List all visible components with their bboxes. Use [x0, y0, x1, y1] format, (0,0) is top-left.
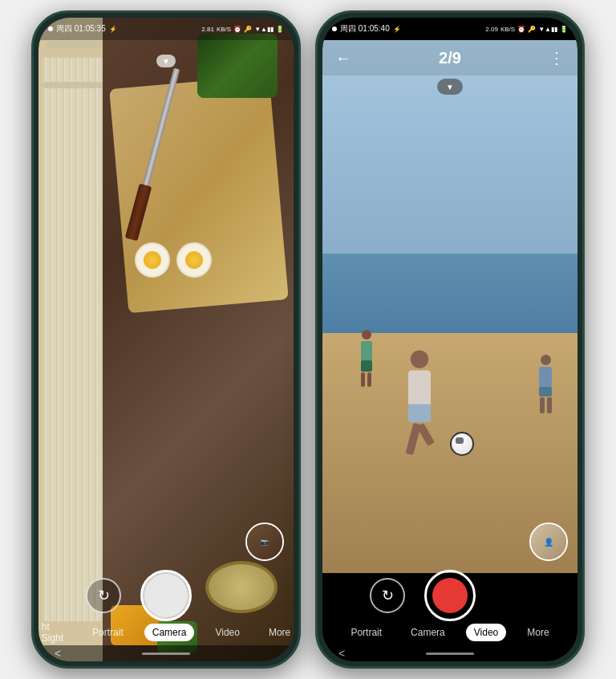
person1-shorts	[361, 360, 372, 372]
mode-video-2[interactable]: Video	[466, 624, 506, 641]
person3-shorts	[539, 387, 552, 396]
mode-more[interactable]: More	[261, 624, 294, 641]
flip-camera-button[interactable]: ↻	[86, 578, 121, 613]
key-icon-2: 🔑	[528, 26, 536, 33]
status-left: 周四 01:05:35 ⚡	[48, 23, 117, 35]
person2-shorts	[408, 405, 431, 422]
person1-body	[361, 330, 372, 387]
nav-back-icon: <	[55, 647, 61, 660]
egg-1	[135, 242, 170, 278]
lightning-icon-2: ⚡	[393, 26, 401, 33]
spacer-2	[495, 578, 530, 613]
status-right: 2.81 KB/S ⏰ 🔑 ▼▲▮▮ 🔋	[201, 26, 284, 33]
shutter-button[interactable]	[140, 570, 192, 621]
person3-shirt	[539, 367, 552, 388]
status-bar-2: 周四 01:05:40 ⚡ 2.09 KB/S ⏰ 🔑 ▼▲▮▮ 🔋	[322, 18, 578, 40]
navigation-bar-2: <	[322, 645, 578, 661]
camera-controls: ↻	[38, 573, 294, 617]
alarm-icon-2: ⏰	[517, 26, 525, 33]
collapse-arrow-icon-2: ▼	[446, 83, 454, 91]
status-time: 周四 01:05:35	[56, 23, 106, 35]
gallery-thumbnail-2[interactable]: 👤	[529, 522, 568, 561]
collapse-button-2[interactable]: ▼	[437, 79, 463, 95]
power-button[interactable]	[298, 157, 301, 205]
flip-camera-button-2[interactable]: ↻	[370, 578, 405, 613]
signal-icons-2: ▼▲▮▮	[538, 26, 557, 33]
soccer-ball	[450, 432, 474, 456]
power-button-2[interactable]	[582, 157, 585, 205]
volume-up-button[interactable]	[31, 133, 34, 165]
flip-icon-2: ↻	[382, 587, 394, 604]
green-vegetables	[197, 34, 278, 98]
person3-leg-l	[540, 397, 545, 413]
signal-icons: ▼▲▮▮	[254, 26, 274, 33]
person2-head	[411, 350, 428, 368]
mode-camera[interactable]: Camera	[144, 624, 195, 641]
battery-icon: 🔋	[276, 26, 284, 33]
status-time-2: 周四 01:05:40	[340, 23, 390, 35]
mode-camera-2[interactable]: Camera	[403, 624, 453, 641]
flip-icon: ↻	[98, 587, 110, 604]
camera-controls-2: ↻	[322, 573, 578, 617]
battery-icon-2: 🔋	[560, 26, 568, 33]
person1-head	[362, 330, 371, 340]
home-indicator-2[interactable]	[426, 653, 474, 655]
home-indicator[interactable]	[142, 653, 190, 655]
kb-unit: KB/S	[217, 26, 231, 33]
thumbnail-image: 📷	[247, 524, 282, 559]
more-options-button[interactable]: ⋮	[549, 48, 565, 67]
person1-legs	[361, 372, 371, 387]
person-3	[539, 355, 552, 413]
sky	[322, 40, 578, 280]
person1-leg-l	[361, 372, 365, 387]
volume-down-button[interactable]	[31, 173, 34, 205]
photo-topbar: ← 2/9 ⋮	[322, 40, 578, 75]
mode-bar: ht Sight Portrait Camera Video More	[38, 618, 294, 647]
person3-head	[541, 355, 551, 365]
network-speed: 2.81	[201, 26, 214, 33]
person3-body	[539, 355, 552, 413]
egg-2	[176, 242, 212, 278]
egg-yolk-2	[185, 251, 203, 269]
person1-leg-r	[367, 372, 371, 387]
beach-scene	[322, 40, 578, 573]
person3-leg-r	[547, 397, 552, 413]
mode-portrait-2[interactable]: Portrait	[342, 624, 390, 641]
collapse-arrow-icon: ▼	[162, 57, 170, 66]
volume-up-button-2[interactable]	[315, 133, 318, 165]
status-left-2: 周四 01:05:40 ⚡	[332, 23, 401, 35]
mode-video[interactable]: Video	[207, 624, 247, 641]
back-button[interactable]: ←	[335, 49, 351, 67]
person2-body	[408, 350, 431, 454]
person2-legs	[410, 423, 430, 454]
person-2	[408, 350, 431, 454]
phone-2: 周四 01:05:40 ⚡ 2.09 KB/S ⏰ 🔑 ▼▲▮▮ 🔋 ← 2/9…	[315, 10, 585, 669]
network-speed-2: 2.09	[485, 26, 498, 33]
volume-down-button-2[interactable]	[315, 173, 318, 205]
carrier-dot	[48, 26, 53, 31]
kb-unit-2: KB/S	[500, 26, 515, 33]
key-icon: 🔑	[244, 26, 252, 33]
navigation-bar: <	[38, 645, 294, 661]
thumbnail-icon: 📷	[261, 539, 269, 546]
mode-portrait[interactable]: Portrait	[84, 624, 132, 641]
record-button[interactable]	[424, 570, 476, 621]
person3-legs	[540, 397, 552, 413]
person-1	[361, 330, 372, 387]
mode-bar-2: Portrait Camera Video More	[322, 618, 578, 647]
status-bar: 周四 01:05:35 ⚡ 2.81 KB/S ⏰ 🔑 ▼▲▮▮ 🔋	[38, 18, 294, 40]
spacer	[211, 578, 246, 613]
egg-halves	[135, 242, 212, 278]
alarm-icon: ⏰	[233, 26, 241, 33]
collapse-button-1[interactable]: ▼	[156, 55, 176, 67]
phone-1: 周四 01:05:35 ⚡ 2.81 KB/S ⏰ 🔑 ▼▲▮▮ 🔋 ▼ 📷	[31, 10, 301, 669]
food-background	[38, 18, 294, 661]
mode-more-2[interactable]: More	[519, 624, 557, 641]
lightning-icon: ⚡	[109, 26, 117, 33]
gallery-thumbnail[interactable]: 📷	[245, 522, 284, 561]
nav-back-icon-2: <	[338, 647, 345, 660]
mode-night-sight[interactable]: ht Sight	[38, 618, 71, 647]
photo-counter: 2/9	[439, 49, 461, 67]
phone2-screen: 周四 01:05:40 ⚡ 2.09 KB/S ⏰ 🔑 ▼▲▮▮ 🔋 ← 2/9…	[322, 18, 578, 661]
shutter-inner	[144, 574, 188, 617]
